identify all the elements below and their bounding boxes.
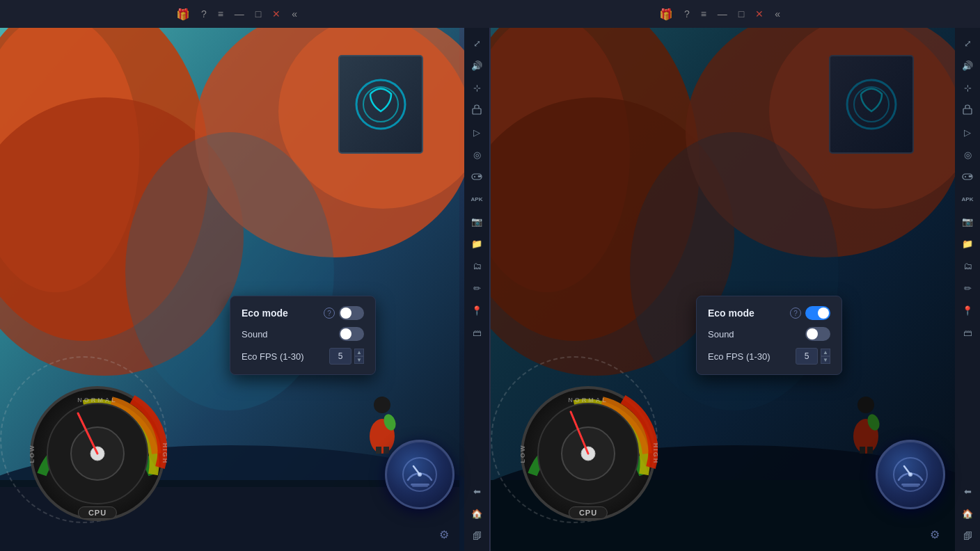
fps-down-right[interactable]: ▼ — [821, 356, 830, 364]
svg-point-52 — [970, 176, 972, 177]
sidebar-recent-right[interactable]: 🗐 — [958, 526, 977, 545]
sidebar-play-right[interactable]: ▷ — [958, 122, 977, 142]
left-panel: ⤢ 🔊 ⊹ ▷ ◎ APK 📷 📁 🗂 ✏ 📍 🗃 ⬅ 🏠 🗐 — [0, 28, 490, 551]
fps-arrows-right: ▲ ▼ — [821, 349, 830, 364]
sidebar-cursor-right[interactable]: ⊹ — [958, 78, 977, 97]
minimize-icon-right[interactable]: — — [718, 8, 727, 19]
sidebar-expand-right[interactable]: ⤢ — [958, 33, 977, 53]
cpu-gauge-container-right: NORMAL LOW HIGH CPU — [505, 370, 672, 537]
close-icon-left[interactable]: ✕ — [272, 8, 280, 19]
svg-point-51 — [969, 176, 970, 177]
svg-rect-61 — [901, 484, 920, 486]
character-svg-right — [847, 384, 885, 454]
sidebar-camera-right[interactable]: 📷 — [958, 211, 977, 231]
gauge-high-left: HIGH — [161, 443, 168, 465]
settings-btn-right[interactable]: ⚙ — [930, 528, 940, 541]
sidebar-home-right[interactable]: 🏠 — [958, 504, 977, 523]
sidebar-target-right[interactable]: ◎ — [958, 145, 977, 164]
gauge-normal-text-right: NORMAL — [568, 397, 608, 404]
settings-btn-left[interactable]: ⚙ — [439, 528, 449, 541]
portal-object-left — [325, 49, 436, 167]
back-icon-left[interactable]: « — [292, 8, 297, 19]
sidebar-folder-right[interactable]: 📁 — [958, 234, 977, 253]
cpu-gauge-right: NORMAL LOW HIGH CPU — [505, 370, 672, 537]
svg-rect-10 — [339, 56, 422, 153]
sound-toggle-left[interactable] — [339, 327, 364, 341]
eco-mode-toggle-left[interactable] — [339, 306, 364, 320]
fps-label-left: Eco FPS (1-30) — [242, 351, 304, 362]
maximize-icon-left[interactable]: □ — [255, 8, 261, 19]
sidebar-target-left[interactable]: ◎ — [467, 145, 487, 164]
svg-rect-49 — [963, 109, 972, 114]
speed-meter-icon-right — [892, 456, 930, 494]
character-svg-left — [363, 384, 402, 454]
menu-icon-right[interactable]: ≡ — [701, 8, 706, 19]
sidebar-cursor-left[interactable]: ⊹ — [467, 78, 487, 97]
right-panel: ⤢ 🔊 ⊹ ▷ ◎ APK 📷 📁 🗂 ✏ 📍 🗃 ⬅ 🏠 🗐 — [491, 28, 980, 551]
fps-down-left[interactable]: ▼ — [354, 356, 364, 364]
titlebar: 🎁 ? ≡ — □ ✕ « 🎁 ? ≡ — □ ✕ « — [0, 0, 980, 28]
back-icon-right[interactable]: « — [775, 8, 780, 19]
minimize-icon-left[interactable]: — — [235, 8, 244, 19]
sidebar-package-left[interactable] — [467, 100, 487, 120]
sidebar-pin-left[interactable]: 📍 — [467, 301, 487, 320]
eco-mode-toggle-right[interactable] — [805, 306, 830, 320]
cpu-gauge-left: NORMAL LOW HIGH CPU — [14, 370, 181, 537]
speed-meter-btn-left[interactable] — [385, 440, 455, 509]
sidebar-home-left[interactable]: 🏠 — [467, 504, 487, 523]
svg-rect-31 — [412, 486, 428, 487]
sidebar-edit-left[interactable]: ✏ — [467, 278, 487, 298]
sidebar-play-left[interactable]: ▷ — [467, 122, 487, 142]
fps-arrows-left: ▲ ▼ — [354, 349, 364, 364]
sound-row-left: Sound — [242, 327, 364, 341]
sidebar-edit-right[interactable]: ✏ — [958, 278, 977, 298]
gauge-svg-left — [28, 384, 167, 523]
help-icon-right[interactable]: ? — [684, 8, 690, 19]
sidebar-files-right[interactable]: 🗂 — [958, 256, 977, 276]
sidebar-gamepad-right[interactable] — [958, 167, 977, 186]
gift-icon-right[interactable]: 🎁 — [659, 8, 673, 21]
fps-value-right: 5 — [796, 348, 818, 365]
sidebar-recent-left[interactable]: 🗐 — [467, 526, 487, 545]
eco-mode-title-right: Eco mode — [708, 308, 754, 319]
svg-rect-30 — [411, 484, 429, 486]
sidebar-pin-right[interactable]: 📍 — [958, 301, 977, 320]
sidebar-gamepad-left[interactable] — [467, 167, 487, 186]
help-icon-left[interactable]: ? — [201, 8, 207, 19]
gauge-body-left: NORMAL LOW HIGH CPU — [28, 384, 167, 523]
fps-up-left[interactable]: ▲ — [354, 349, 364, 356]
menu-icon-left[interactable]: ≡ — [218, 8, 223, 19]
fps-row-left: Eco FPS (1-30) 5 ▲ ▼ — [242, 348, 364, 365]
sidebar-back-right[interactable]: ⬅ — [958, 481, 977, 501]
svg-rect-16 — [384, 447, 389, 454]
eco-help-icon-left[interactable]: ? — [324, 308, 335, 319]
svg-rect-18 — [473, 109, 481, 114]
svg-point-14 — [374, 397, 390, 413]
sidebar-stack-left[interactable]: 🗃 — [467, 323, 487, 342]
gift-icon-left[interactable]: 🎁 — [176, 8, 190, 21]
sidebar-apk-right[interactable]: APK — [958, 189, 977, 209]
gauge-low-left: LOW — [29, 445, 35, 463]
sidebar-sound-right[interactable]: 🔊 — [958, 56, 977, 75]
sidebar-files-left[interactable]: 🗂 — [467, 256, 487, 276]
fps-spinner-right: 5 ▲ ▼ — [796, 348, 830, 365]
maximize-icon-right[interactable]: □ — [738, 8, 744, 19]
sound-toggle-right[interactable] — [805, 327, 830, 341]
speed-meter-btn-right[interactable] — [876, 440, 945, 509]
sidebar-camera-left[interactable]: 📷 — [467, 211, 487, 231]
sidebar-sound-left[interactable]: 🔊 — [467, 56, 487, 75]
sound-row-right: Sound — [708, 327, 830, 341]
close-icon-right[interactable]: ✕ — [755, 8, 764, 19]
sidebar-expand-left[interactable]: ⤢ — [467, 33, 487, 53]
sidebar-folder-left[interactable]: 📁 — [467, 234, 487, 253]
eco-mode-row-right: Eco mode ? — [708, 306, 830, 320]
sidebar-back-left[interactable]: ⬅ — [467, 481, 487, 501]
eco-help-icon-right[interactable]: ? — [790, 308, 801, 319]
sidebar-apk-left[interactable]: APK — [467, 189, 487, 209]
sidebar-stack-right[interactable]: 🗃 — [958, 323, 977, 342]
sidebar-package-right[interactable] — [958, 100, 977, 120]
fps-up-right[interactable]: ▲ — [821, 349, 830, 356]
portal-object-right — [816, 49, 927, 167]
sound-label-left: Sound — [242, 329, 268, 340]
svg-point-20 — [478, 176, 480, 177]
